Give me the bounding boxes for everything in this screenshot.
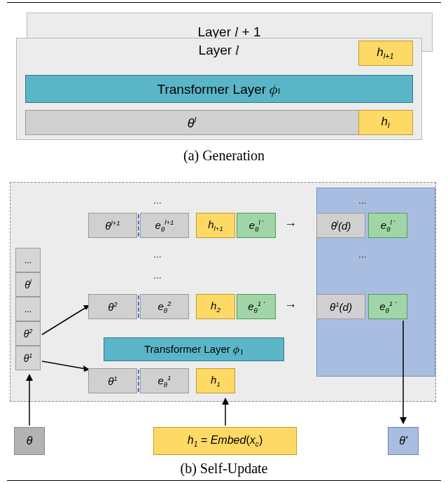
rb-e: eθ1 bbox=[140, 368, 189, 393]
panel-b: ... θl ... θ2 θ1 ... ... ... ... ... θl+… bbox=[8, 182, 440, 477]
caption-b: (b) Self-Update bbox=[181, 461, 268, 477]
dots-top-right: ... bbox=[358, 195, 367, 206]
stack-dots: ... bbox=[15, 248, 41, 272]
stack-theta-2: θ2 bbox=[15, 321, 41, 346]
arrow-stack-to-row2 bbox=[41, 300, 93, 373]
input-row-a: θl hl bbox=[25, 110, 413, 135]
rt-dash bbox=[138, 214, 139, 237]
theta-stack: ... θl ... θ2 θ1 bbox=[15, 248, 41, 370]
theta-l: θl bbox=[25, 110, 358, 135]
layer-front-label-text: Layer 𝑙 bbox=[199, 43, 239, 57]
dots-mid-left: ... bbox=[153, 248, 162, 260]
transformer-label-b: Transformer Layer 𝜙₁ bbox=[144, 343, 244, 356]
rt-out-theta: θl(d) bbox=[316, 213, 365, 238]
rt-out-e: eθl ' bbox=[368, 213, 407, 238]
rm-h: h2 bbox=[196, 294, 235, 319]
rm-out-theta: θ1(d) bbox=[316, 294, 365, 319]
arrow-down-to-thetap bbox=[398, 321, 408, 426]
self-update-diagram: ... θl ... θ2 θ1 ... ... ... ... ... θl+… bbox=[10, 182, 438, 455]
rt-theta: θl+1 bbox=[88, 213, 137, 238]
svg-marker-9 bbox=[222, 398, 229, 405]
dots-top-left: ... bbox=[153, 195, 162, 206]
ext-thetap: θ' bbox=[388, 427, 419, 455]
svg-line-2 bbox=[42, 361, 90, 370]
svg-marker-7 bbox=[26, 374, 33, 381]
rm-theta: θ2 bbox=[88, 294, 137, 319]
svg-marker-5 bbox=[400, 417, 407, 424]
rt-g: eθl ' bbox=[237, 213, 276, 238]
transformer-layer-a: Transformer Layer 𝜙ₗ bbox=[25, 75, 413, 103]
rm-arrow: → bbox=[284, 298, 297, 313]
layer-front: Layer 𝑙 hl+1 Transformer Layer 𝜙ₗ θl hl bbox=[16, 38, 422, 140]
transformer-label-a: Transformer Layer 𝜙ₗ bbox=[158, 81, 281, 97]
rm-dash bbox=[138, 295, 139, 318]
arrow-up-theta bbox=[24, 372, 35, 427]
dots-mid-right: ... bbox=[358, 248, 367, 260]
stack-theta-l: θl bbox=[15, 272, 41, 297]
rt-arrow: → bbox=[284, 217, 297, 232]
ext-h1: h1 = Embed(xc) bbox=[153, 427, 297, 455]
rm-out-e: eθ1 ' bbox=[368, 294, 407, 319]
rt-e: eθl+1 bbox=[140, 213, 189, 238]
transformer-layer-b: Transformer Layer 𝜙₁ bbox=[104, 337, 284, 361]
panel-a: Layer 𝑙 + 1 Layer 𝑙 hl+1 Transformer Lay… bbox=[8, 13, 440, 164]
h-in: hl bbox=[358, 110, 413, 135]
caption-a: (a) Generation bbox=[183, 148, 265, 164]
rb-dash bbox=[138, 370, 139, 392]
rb-h: h1 bbox=[196, 368, 235, 393]
dots-mid2-left: ... bbox=[153, 270, 162, 281]
stack-dots2: ... bbox=[15, 297, 41, 321]
stack-theta-1: θ1 bbox=[15, 346, 41, 370]
ext-theta: θ bbox=[14, 427, 45, 455]
rm-e: eθ2 bbox=[140, 294, 189, 319]
h-out: hl+1 bbox=[358, 41, 413, 66]
generation-diagram: Layer 𝑙 + 1 Layer 𝑙 hl+1 Transformer Lay… bbox=[16, 13, 433, 142]
arrow-up-h1 bbox=[220, 396, 231, 427]
rm-g: eθ1 ' bbox=[237, 294, 276, 319]
svg-line-0 bbox=[42, 305, 90, 335]
rt-h: hl+1 bbox=[196, 213, 235, 238]
rb-theta: θ1 bbox=[88, 368, 137, 393]
